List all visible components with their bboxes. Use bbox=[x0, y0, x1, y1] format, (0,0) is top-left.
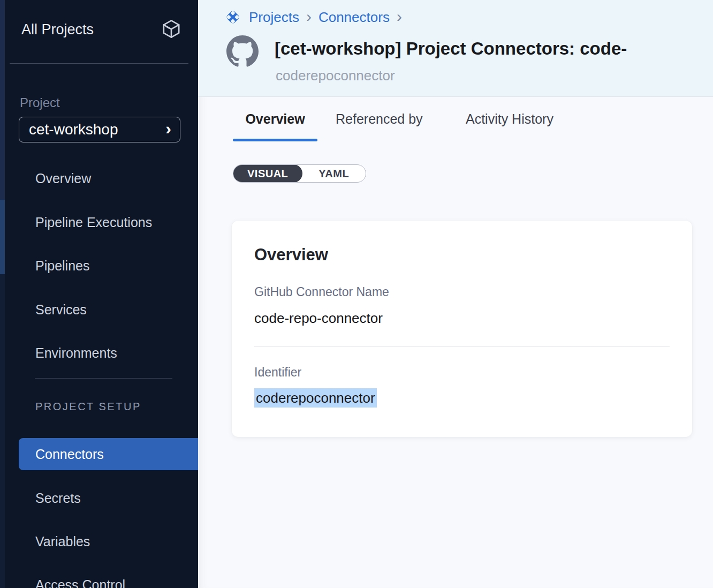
visual-yaml-toggle[interactable]: VISUAL YAML bbox=[233, 164, 366, 183]
project-label: Project bbox=[20, 95, 60, 110]
main-content: Projects › Connectors › [cet-workshop] P… bbox=[198, 0, 713, 588]
tab-referenced-by[interactable]: Referenced by bbox=[336, 111, 423, 127]
module-rail bbox=[0, 0, 5, 588]
github-icon bbox=[226, 35, 259, 67]
sidebar-item-variables[interactable]: Variables bbox=[35, 532, 90, 551]
sidebar-item-pipelines[interactable]: Pipelines bbox=[35, 256, 89, 275]
project-setup-section-header: PROJECT SETUP bbox=[35, 401, 141, 413]
breadcrumb-projects-link[interactable]: Projects bbox=[249, 9, 299, 26]
harness-project-icon bbox=[224, 8, 242, 26]
field-label-github-connector-name: GitHub Connector Name bbox=[254, 285, 389, 299]
chevron-right-icon: › bbox=[165, 120, 171, 137]
breadcrumb: Projects › Connectors › bbox=[224, 8, 402, 26]
page-title: [cet-workshop] Project Connectors: code- bbox=[275, 39, 627, 59]
sidebar-item-pipeline-executions[interactable]: Pipeline Executions bbox=[35, 213, 152, 232]
card-divider bbox=[254, 346, 670, 346]
page-header: Projects › Connectors › [cet-workshop] P… bbox=[198, 0, 713, 97]
all-projects-label[interactable]: All Projects bbox=[21, 21, 94, 38]
active-tab-underline bbox=[233, 139, 317, 141]
sidebar-item-connectors[interactable]: Connectors bbox=[19, 438, 198, 470]
field-value-connector-name: code-repo-connector bbox=[254, 310, 383, 327]
app-window: All Projects Project cet-workshop › Over… bbox=[0, 0, 713, 588]
sidebar-item-label: Connectors bbox=[35, 447, 104, 462]
toggle-option-visual[interactable]: VISUAL bbox=[233, 164, 302, 183]
module-rail-segment-active bbox=[0, 200, 5, 274]
project-selector[interactable]: cet-workshop › bbox=[19, 117, 180, 142]
field-value-identifier: coderepoconnector bbox=[254, 390, 377, 406]
module-rail-segment bbox=[0, 0, 5, 200]
project-selector-value: cet-workshop bbox=[29, 121, 118, 138]
sidebar-item-services[interactable]: Services bbox=[35, 300, 87, 319]
overview-card: Overview GitHub Connector Name code-repo… bbox=[232, 221, 692, 437]
selected-text-highlight: coderepoconnector bbox=[254, 388, 377, 408]
sidebar-divider bbox=[35, 378, 172, 379]
breadcrumb-separator-icon: › bbox=[397, 9, 402, 25]
card-title: Overview bbox=[254, 245, 328, 265]
page-subtitle: coderepoconnector bbox=[276, 67, 395, 84]
sidebar: All Projects Project cet-workshop › Over… bbox=[0, 0, 198, 588]
sidebar-item-environments[interactable]: Environments bbox=[35, 343, 117, 363]
sidebar-item-access-control[interactable]: Access Control bbox=[35, 575, 125, 588]
toggle-option-yaml[interactable]: YAML bbox=[302, 165, 366, 182]
sidebar-divider bbox=[10, 63, 188, 64]
tab-overview[interactable]: Overview bbox=[233, 111, 317, 127]
breadcrumb-separator-icon: › bbox=[306, 9, 312, 25]
sidebar-item-overview[interactable]: Overview bbox=[35, 169, 91, 188]
field-label-identifier: Identifier bbox=[254, 365, 301, 380]
cube-icon[interactable] bbox=[161, 18, 182, 40]
sidebar-item-secrets[interactable]: Secrets bbox=[35, 488, 81, 508]
tab-activity-history[interactable]: Activity History bbox=[466, 111, 553, 127]
breadcrumb-connectors-link[interactable]: Connectors bbox=[318, 9, 390, 26]
